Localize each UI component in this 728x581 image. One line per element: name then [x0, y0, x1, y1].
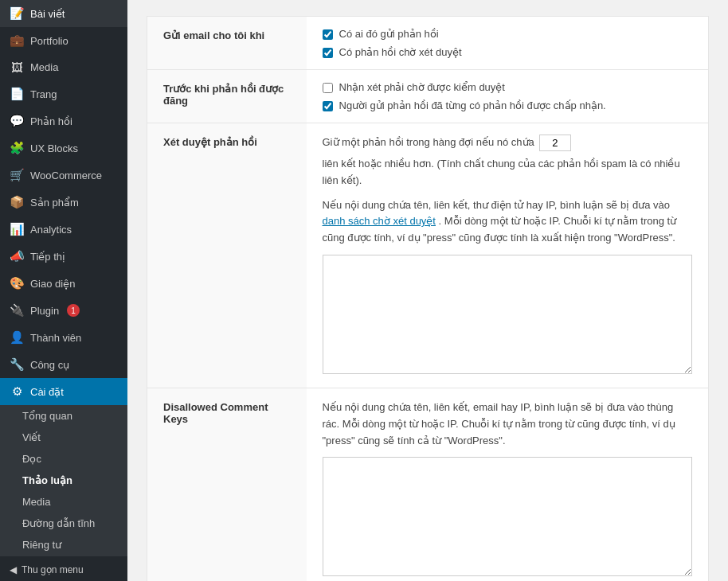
desc1-pre: Giữ một phản hồi trong hàng đợi nếu nó c…	[323, 135, 534, 151]
sidebar-item-bai-viet[interactable]: 📝 Bài viết	[0, 0, 127, 27]
sidebar-label-san-pham: Sản phẩm	[30, 197, 79, 209]
moderation-desc2: Nếu nội dung chứa tên, liên kết, thư điệ…	[323, 197, 693, 247]
submenu-item-viet[interactable]: Viết	[0, 427, 127, 448]
sidebar-item-media[interactable]: 🖼 Media	[0, 54, 127, 80]
collapse-label: Thu gọn menu	[22, 564, 84, 575]
submenu-item-tong-quan[interactable]: Tổng quan	[0, 405, 127, 427]
sidebar-item-phan-hoi[interactable]: 💬 Phản hồi	[0, 107, 127, 135]
awaiting-moderation-checkbox[interactable]	[323, 48, 333, 58]
portfolio-icon: 💼	[10, 33, 24, 48]
sidebar-item-san-pham[interactable]: 📦 Sản phẩm	[0, 189, 127, 216]
collapse-icon: ◀	[10, 564, 17, 575]
awaiting-moderation-label: Có phản hồi chờ xét duyệt	[339, 46, 462, 58]
moderation-queue-link[interactable]: danh sách chờ xét duyệt	[323, 215, 436, 227]
analytics-icon: 📊	[10, 222, 24, 236]
sidebar-label-cai-dat: Cài đặt	[30, 386, 64, 398]
must-review-checkbox[interactable]	[323, 83, 333, 93]
bai-viet-icon: 📝	[10, 6, 24, 21]
sidebar-label-tiep-thi: Tiếp thị	[30, 251, 65, 263]
moderation-queue-row: Xét duyệt phản hồi Giữ một phản hồi tron…	[147, 123, 709, 388]
san-pham-icon: 📦	[10, 195, 24, 209]
sidebar-item-analytics[interactable]: 📊 Analytics	[0, 216, 127, 243]
giao-dien-icon: 🎨	[10, 276, 24, 290]
phan-hoi-icon: 💬	[10, 114, 24, 128]
collapse-menu-button[interactable]: ◀ Thu gọn menu	[0, 556, 127, 581]
disallowed-keys-textarea[interactable]	[323, 457, 693, 576]
checkbox-must-review: Nhận xét phải chờ được kiểm duyệt	[323, 81, 693, 93]
submenu-item-thao-luan[interactable]: Thảo luận	[0, 470, 127, 491]
sidebar-label-portfolio: Portfolio	[30, 35, 68, 47]
sidebar-item-woocommerce[interactable]: 🛒 WooCommerce	[0, 162, 127, 189]
sidebar-item-cong-cu[interactable]: 🔧 Công cụ	[0, 351, 127, 378]
sidebar-item-thanh-vien[interactable]: 👤 Thành viên	[0, 324, 127, 351]
thanh-vien-icon: 👤	[10, 330, 24, 345]
sidebar-label-giao-dien: Giao diện	[30, 278, 75, 290]
settings-table: Gửi email cho tôi khi Có ai đó gửi phản …	[147, 16, 709, 581]
sidebar-item-ux-blocks[interactable]: 🧩 UX Blocks	[0, 135, 127, 162]
sidebar-label-analytics: Analytics	[30, 224, 72, 236]
sidebar-item-giao-dien[interactable]: 🎨 Giao diện	[0, 270, 127, 297]
before-publish-row: Trước khi phản hồi được đăng Nhận xét ph…	[147, 70, 709, 123]
sidebar-item-tiep-thi[interactable]: 📣 Tiếp thị	[0, 243, 127, 270]
checkbox-anyone-submits: Có ai đó gửi phản hồi	[323, 28, 693, 40]
trang-icon: 📄	[10, 87, 24, 101]
submenu-item-rieng-tu[interactable]: Riêng tư	[0, 534, 127, 556]
anyone-submits-checkbox[interactable]	[323, 29, 333, 40]
email-notify-row: Gửi email cho tôi khi Có ai đó gửi phản …	[147, 17, 709, 70]
link-count-input[interactable]	[539, 135, 571, 151]
tiep-thi-icon: 📣	[10, 249, 24, 263]
sidebar-label-trang: Trang	[30, 88, 57, 100]
prev-approved-checkbox[interactable]	[323, 101, 333, 111]
disallowed-keys-label: Disallowed Comment Keys	[147, 388, 307, 581]
badge-plugin: 1	[67, 304, 80, 317]
sidebar-label-thanh-vien: Thành viên	[30, 332, 81, 344]
checkbox-prev-approved: Người gửi phản hồi đã từng có phản hồi đ…	[323, 99, 693, 111]
sidebar-label-media: Media	[30, 61, 58, 73]
ux-blocks-icon: 🧩	[10, 141, 24, 155]
moderation-queue-label: Xét duyệt phản hồi	[147, 123, 307, 388]
sidebar-label-woocommerce: WooCommerce	[30, 170, 102, 181]
sidebar-label-ux-blocks: UX Blocks	[30, 142, 78, 154]
checkbox-awaiting-moderation: Có phản hồi chờ xét duyệt	[323, 46, 693, 58]
link-count-setting: Giữ một phản hồi trong hàng đợi nếu nó c…	[323, 135, 693, 189]
sidebar-label-phan-hoi: Phản hồi	[30, 115, 72, 127]
sidebar-label-bai-viet: Bài viết	[30, 8, 65, 20]
disallowed-keys-row: Disallowed Comment Keys Nếu nội dung chứ…	[147, 388, 709, 581]
submenu-item-doc[interactable]: Đọc	[0, 448, 127, 470]
anyone-submits-label: Có ai đó gửi phản hồi	[339, 28, 439, 40]
woocommerce-icon: 🛒	[10, 168, 24, 182]
disallowed-keys-desc: Nếu nội dung chứa tên, liên kết, email h…	[323, 400, 693, 449]
moderation-textarea[interactable]	[323, 255, 693, 374]
sidebar-item-cai-dat[interactable]: ⚙ Cài đặt	[0, 378, 127, 405]
sidebar-label-cong-cu: Công cụ	[30, 359, 69, 371]
sidebar-label-plugin: Plugin	[30, 305, 59, 317]
media-icon: 🖼	[10, 60, 24, 74]
cong-cu-icon: 🔧	[10, 357, 24, 372]
plugin-icon: 🔌	[10, 303, 24, 318]
cai-dat-icon: ⚙	[10, 384, 24, 399]
before-publish-label: Trước khi phản hồi được đăng	[147, 70, 307, 123]
prev-approved-label: Người gửi phản hồi đã từng có phản hồi đ…	[339, 99, 606, 111]
sidebar-item-plugin[interactable]: 🔌 Plugin 1	[0, 297, 127, 324]
main-content: Gửi email cho tôi khi Có ai đó gửi phản …	[127, 0, 728, 581]
must-review-label: Nhận xét phải chờ được kiểm duyệt	[339, 81, 505, 93]
sidebar-item-portfolio[interactable]: 💼 Portfolio	[0, 27, 127, 54]
desc1-post: liên kết hoặc nhiều hơn. (Tính chất chun…	[323, 156, 693, 189]
email-notify-label: Gửi email cho tôi khi	[147, 17, 307, 70]
sidebar: 📝 Bài viết 💼 Portfolio 🖼 Media 📄 Trang 💬…	[0, 0, 127, 581]
submenu-item-media-sub[interactable]: Media	[0, 491, 127, 513]
submenu-item-duong-dan-tinh[interactable]: Đường dẫn tĩnh	[0, 513, 127, 534]
sidebar-item-trang[interactable]: 📄 Trang	[0, 80, 127, 107]
